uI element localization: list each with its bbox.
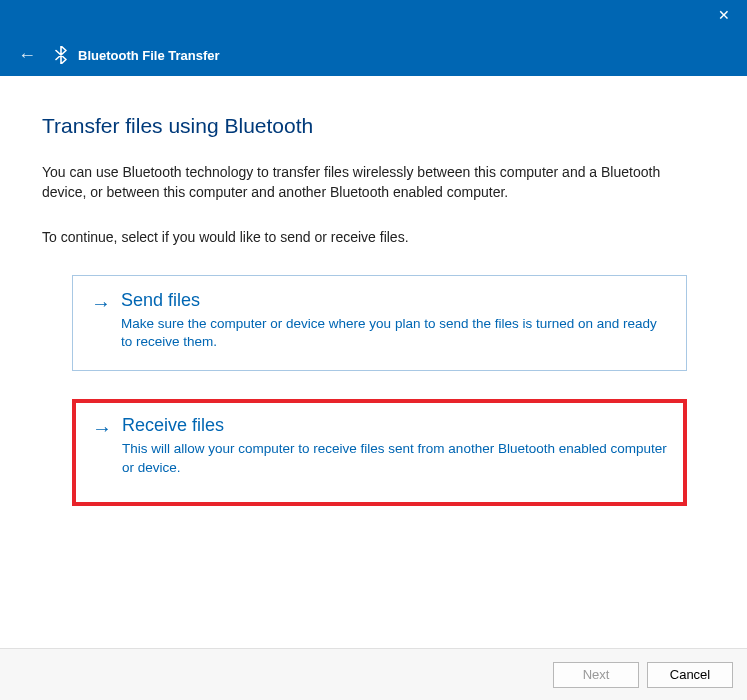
wizard-footer: Next Cancel xyxy=(0,648,747,700)
option-description: This will allow your computer to receive… xyxy=(122,440,667,478)
option-body: Receive files This will allow your compu… xyxy=(122,415,667,478)
back-button[interactable]: ← xyxy=(18,45,36,66)
option-list: → Send files Make sure the computer or d… xyxy=(42,275,705,507)
window-titlebar: ✕ xyxy=(0,0,747,34)
close-button[interactable]: ✕ xyxy=(701,0,747,30)
cancel-button[interactable]: Cancel xyxy=(647,662,733,688)
page-description: You can use Bluetooth technology to tran… xyxy=(42,162,705,203)
wizard-title: Bluetooth File Transfer xyxy=(78,48,220,63)
page-instruction: To continue, select if you would like to… xyxy=(42,229,705,245)
option-receive-files[interactable]: → Receive files This will allow your com… xyxy=(72,399,687,506)
bluetooth-icon xyxy=(52,46,70,64)
next-button[interactable]: Next xyxy=(553,662,639,688)
option-title: Send files xyxy=(121,290,668,311)
wizard-header: ← Bluetooth File Transfer xyxy=(0,34,747,76)
option-title: Receive files xyxy=(122,415,667,436)
wizard-content: Transfer files using Bluetooth You can u… xyxy=(0,76,747,648)
arrow-right-icon: → xyxy=(91,292,111,315)
option-description: Make sure the computer or device where y… xyxy=(121,315,668,353)
page-title: Transfer files using Bluetooth xyxy=(42,114,705,138)
close-icon: ✕ xyxy=(718,7,730,23)
option-body: Send files Make sure the computer or dev… xyxy=(121,290,668,353)
option-send-files[interactable]: → Send files Make sure the computer or d… xyxy=(72,275,687,372)
arrow-right-icon: → xyxy=(92,417,112,440)
